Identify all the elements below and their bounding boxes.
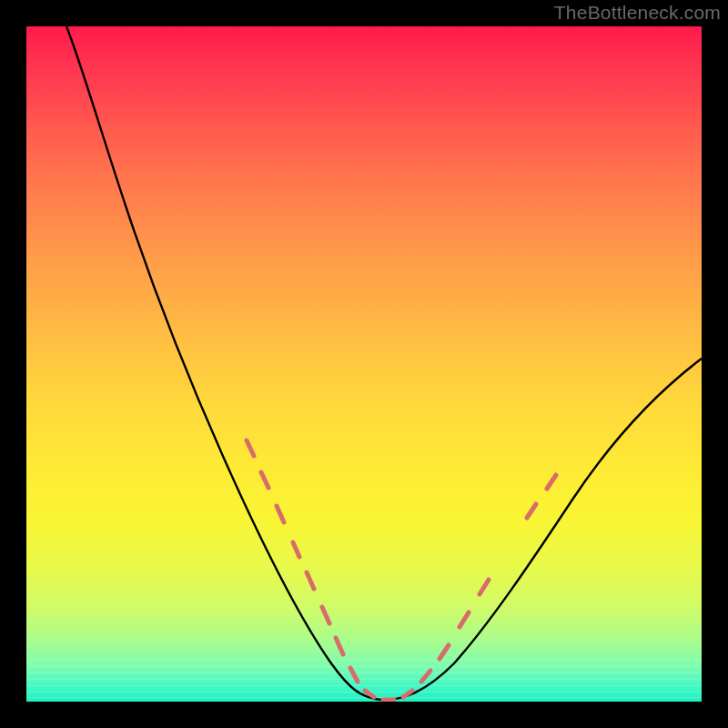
dot-segment <box>293 542 299 557</box>
dot-segment <box>480 580 489 594</box>
dot-segment <box>547 475 556 489</box>
dot-segment <box>421 671 430 682</box>
watermark-text: TheBottleneck.com <box>554 2 721 24</box>
plot-area <box>26 26 702 702</box>
bottleneck-curve <box>66 26 702 700</box>
dot-segment <box>336 638 343 654</box>
dot-segment <box>460 612 469 627</box>
dot-segment <box>277 506 284 522</box>
dot-segment <box>440 645 449 659</box>
dot-segment <box>350 668 358 682</box>
dot-segment <box>527 504 536 518</box>
dot-segment <box>322 607 329 623</box>
dot-segment <box>307 572 314 589</box>
dot-segment <box>403 691 412 697</box>
curve-svg <box>26 26 702 702</box>
highlight-dots-group <box>247 440 556 700</box>
dot-segment <box>261 472 268 488</box>
dot-segment <box>247 440 254 456</box>
chart-frame: TheBottleneck.com <box>0 0 728 728</box>
